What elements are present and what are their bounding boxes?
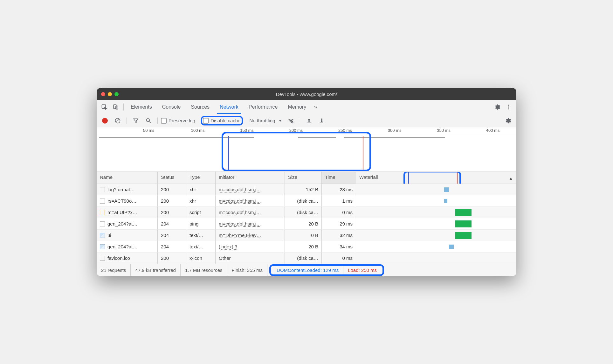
overview-bar: [99, 137, 254, 138]
status-highlight-group: DOMContentLoaded: 129 ms Load: 250 ms: [267, 264, 516, 276]
col-header-status[interactable]: Status: [158, 172, 186, 184]
highlight-annotation: DOMContentLoaded: 129 ms Load: 250 ms: [269, 264, 384, 276]
document-icon: [100, 187, 105, 192]
table-row[interactable]: favicon.ico 200 x-icon Other (disk ca… 0…: [97, 253, 516, 264]
waterfall-cell: [356, 207, 516, 218]
table-row[interactable]: ui 204 text/… m=DhPYme,Ekev… 0 B 32 ms: [97, 230, 516, 241]
kebab-menu-icon[interactable]: [503, 101, 514, 113]
dcl-marker: [228, 136, 229, 170]
network-conditions-icon[interactable]: [285, 115, 297, 126]
table-row[interactable]: gen_204?at… 204 text/… (index):3 20 B 34…: [97, 241, 516, 253]
waterfall-cell: [356, 241, 516, 252]
clear-icon[interactable]: [112, 115, 123, 126]
svg-point-4: [508, 106, 509, 107]
document-icon: [100, 256, 105, 261]
waterfall-cell: [356, 230, 516, 241]
table-row[interactable]: log?format… 200 xhr m=cdos,dpf,hsm,j… 15…: [97, 184, 516, 195]
col-header-type[interactable]: Type: [186, 172, 216, 184]
throttling-dropdown[interactable]: No throttling ▼: [247, 118, 284, 123]
preserve-log-checkbox[interactable]: Preserve log: [161, 118, 195, 124]
initiator-link[interactable]: m=cdos,dpf,hsm,j…: [219, 210, 261, 215]
separator: [123, 104, 124, 111]
table-row[interactable]: gen_204?at… 204 ping m=cdos,dpf,hsm,j… 2…: [97, 218, 516, 230]
load-line: [457, 172, 458, 184]
col-header-waterfall[interactable]: Waterfall ▲: [356, 172, 516, 184]
tab-sources[interactable]: Sources: [186, 100, 215, 114]
initiator-link[interactable]: m=DhPYme,Ekev…: [219, 233, 261, 238]
inspect-icon[interactable]: [99, 101, 110, 113]
svg-point-5: [508, 108, 509, 109]
svg-rect-10: [320, 122, 323, 123]
table-row[interactable]: m=aLUfP?x… 200 script m=cdos,dpf,hsm,j… …: [97, 207, 516, 218]
status-finish: Finish: 355 ms: [227, 264, 268, 276]
load-marker: [363, 136, 363, 170]
waterfall-cell: [356, 184, 516, 195]
svg-rect-9: [307, 122, 311, 123]
initiator-link[interactable]: m=cdos,dpf,hsm,j…: [219, 198, 261, 204]
document-icon: [100, 199, 105, 204]
script-icon: [100, 210, 105, 215]
waterfall-cell: [356, 195, 516, 206]
ruler-tick: 350 ms: [437, 128, 451, 133]
tab-console[interactable]: Console: [157, 100, 186, 114]
filter-icon[interactable]: [130, 115, 141, 126]
waterfall-bar: [455, 209, 471, 216]
network-toolbar: Preserve log Disable cache No throttling…: [97, 114, 516, 127]
overview-bar: [298, 137, 336, 138]
image-icon: [100, 244, 105, 249]
tab-bar: Elements Console Sources Network Perform…: [97, 100, 516, 114]
status-dcl: DOMContentLoaded: 129 ms: [272, 266, 343, 274]
waterfall-bar: [449, 245, 454, 249]
separator: [157, 118, 158, 124]
tab-memory[interactable]: Memory: [283, 100, 311, 114]
search-icon[interactable]: [143, 115, 154, 126]
svg-point-7: [146, 118, 149, 122]
status-requests: 21 requests: [97, 264, 131, 276]
download-har-icon[interactable]: [316, 115, 327, 126]
network-settings-icon[interactable]: [502, 115, 514, 126]
ruler-tick: 400 ms: [486, 128, 500, 133]
table-row[interactable]: rs=ACT90o… 200 xhr m=cdos,dpf,hsm,j… (di…: [97, 195, 516, 207]
close-window-button[interactable]: [101, 92, 105, 96]
separator: [300, 118, 300, 124]
ruler-tick: 50 ms: [143, 128, 154, 133]
waterfall-cell: [356, 218, 516, 229]
table-header-row: Name Status Type Initiator Size Time Wat…: [97, 172, 516, 184]
disable-cache-checkbox[interactable]: Disable cache: [201, 116, 243, 125]
chevron-down-icon: ▼: [278, 118, 282, 123]
minimize-window-button[interactable]: [108, 92, 112, 96]
request-table: log?format… 200 xhr m=cdos,dpf,hsm,j… 15…: [97, 184, 516, 264]
ruler-tick: 100 ms: [191, 128, 205, 133]
ruler-tick: 150 ms: [240, 128, 254, 133]
initiator-link[interactable]: m=cdos,dpf,hsm,j…: [219, 221, 261, 226]
status-resources: 1.7 MB resources: [181, 264, 227, 276]
waterfall-bar: [444, 187, 449, 192]
disable-cache-label: Disable cache: [210, 118, 240, 123]
status-transferred: 47.9 kB transferred: [131, 264, 181, 276]
upload-har-icon[interactable]: [303, 115, 315, 126]
tab-network[interactable]: Network: [215, 100, 244, 114]
settings-icon[interactable]: [492, 101, 503, 113]
tab-performance[interactable]: Performance: [244, 100, 283, 114]
traffic-lights: [101, 92, 119, 96]
initiator-link[interactable]: (index):3: [219, 244, 237, 249]
timeline-ruler: 50 ms 100 ms 150 ms 200 ms 250 ms 300 ms…: [97, 127, 516, 134]
col-header-size[interactable]: Size: [285, 172, 322, 184]
dcl-line: [408, 172, 409, 184]
devtools-window: DevTools - www.google.com/ Elements Cons…: [97, 88, 516, 276]
col-header-name[interactable]: Name: [97, 172, 158, 184]
more-tabs-button[interactable]: »: [311, 100, 320, 114]
record-button[interactable]: [99, 115, 111, 126]
waterfall-bar: [455, 220, 471, 227]
waterfall-bar: [455, 232, 471, 239]
tab-elements[interactable]: Elements: [126, 100, 157, 114]
maximize-window-button[interactable]: [114, 92, 119, 96]
timeline-overview[interactable]: 50 ms 100 ms 150 ms 200 ms 250 ms 300 ms…: [97, 127, 516, 172]
device-toggle-icon[interactable]: [110, 101, 121, 113]
ruler-tick: 300 ms: [388, 128, 402, 133]
initiator-link[interactable]: m=cdos,dpf,hsm,j…: [219, 187, 261, 192]
col-header-time[interactable]: Time: [322, 172, 356, 184]
titlebar: DevTools - www.google.com/: [97, 88, 516, 100]
status-load: Load: 250 ms: [343, 267, 381, 273]
col-header-initiator[interactable]: Initiator: [216, 172, 285, 184]
